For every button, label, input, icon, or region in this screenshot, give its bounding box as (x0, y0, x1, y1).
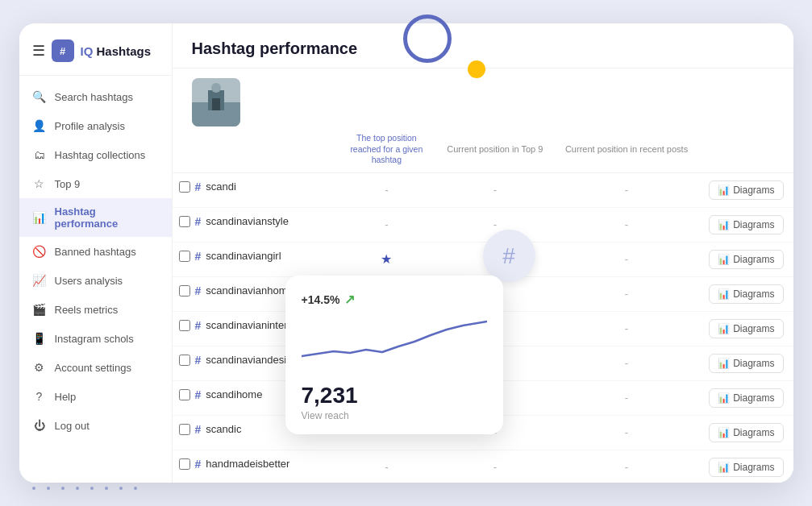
cell-diagrams: 📊 Diagrams (699, 415, 793, 450)
hashtag-name: scandinaviandesign (206, 354, 298, 366)
sidebar-item-collections[interactable]: 🗂 Hashtag collections (19, 140, 172, 169)
app-name: IQ Hashtags (81, 44, 152, 58)
sidebar-item-performance[interactable]: 📊 Hashtag performance (19, 198, 172, 237)
sidebar-item-users[interactable]: 📈 Users analysis (19, 266, 172, 295)
sidebar-item-label: Hashtag collections (55, 149, 159, 161)
cell-top-position: - (337, 172, 436, 207)
performance-icon: 📊 (32, 210, 47, 225)
logo-icon: # (52, 39, 74, 62)
instagram-icon: 📱 (32, 331, 47, 346)
cell-top-position: - (337, 450, 436, 483)
svg-point-4 (211, 83, 221, 93)
profile-image-inner (192, 78, 240, 126)
sidebar-item-banned[interactable]: 🚫 Banned hashtags (19, 237, 172, 266)
main-content: Hashtag performance (173, 23, 793, 483)
banned-icon: 🚫 (32, 244, 47, 259)
sidebar-item-search[interactable]: 🔍 Search hashtags (19, 82, 172, 111)
row-checkbox[interactable] (179, 458, 190, 470)
hashtag-name: handmadeisbetter (206, 458, 289, 470)
cell-top-position: ★ (337, 242, 436, 276)
diagrams-button[interactable]: 📊 Diagrams (709, 250, 783, 269)
row-checkbox[interactable] (179, 355, 190, 366)
th-current-top9: Current position in Top 9 (436, 126, 554, 172)
profile-image (192, 78, 240, 126)
sidebar-item-top9[interactable]: ☆ Top 9 (19, 169, 172, 198)
cell-current-recent: - (554, 380, 699, 415)
sidebar-nav: 🔍 Search hashtags 👤 Profile analysis 🗂 H… (19, 76, 172, 483)
dot (134, 487, 137, 490)
top-section (173, 68, 793, 126)
row-checkbox[interactable] (179, 424, 190, 435)
th-current-recent: Current position in recent posts (554, 126, 699, 172)
dot (119, 487, 123, 490)
hashtag-bubble: # (483, 230, 535, 282)
th-hashtag (173, 126, 337, 172)
star-icon: ☆ (32, 176, 47, 191)
diagrams-button[interactable]: 📊 Diagrams (709, 458, 783, 477)
menu-icon[interactable]: ☰ (32, 42, 45, 60)
circle-decoration-blue (403, 15, 452, 63)
cell-diagrams: 📊 Diagrams (699, 311, 793, 346)
diagrams-button[interactable]: 📊 Diagrams (709, 319, 783, 338)
collections-icon: 🗂 (32, 147, 47, 162)
row-checkbox[interactable] (179, 216, 190, 227)
hashtag-symbol: # (195, 250, 202, 263)
diagrams-button[interactable]: 📊 Diagrams (709, 180, 783, 200)
sidebar-item-label: Help (55, 391, 159, 403)
sidebar-item-reels[interactable]: 🎬 Reels metrics (19, 295, 172, 324)
diagrams-button[interactable]: 📊 Diagrams (709, 388, 783, 408)
sidebar-item-instagram[interactable]: 📱 Instagram schols (19, 324, 172, 353)
star-icon: ★ (381, 252, 392, 266)
hashtag-name: scandinaviangirl (206, 250, 281, 262)
hashtag-symbol: # (195, 180, 202, 193)
diagrams-button[interactable]: 📊 Diagrams (709, 354, 783, 373)
table-row: #scandi---📊 Diagrams (173, 172, 793, 207)
logout-icon: ⏻ (32, 418, 47, 433)
diagrams-button[interactable]: 📊 Diagrams (709, 284, 783, 304)
sidebar-item-logout[interactable]: ⏻ Log out (19, 411, 172, 440)
sidebar-item-help[interactable]: ? Help (19, 382, 172, 411)
th-actions (699, 126, 793, 172)
users-icon: 📈 (32, 273, 47, 288)
hashtag-symbol: # (195, 423, 202, 436)
main-card: ☰ # IQ Hashtags 🔍 Search hashtags 👤 Prof… (19, 23, 793, 483)
popup-growth: +14.5% ↗ (302, 292, 487, 307)
th-top-position: The top position reached for a given has… (337, 126, 436, 172)
help-icon: ? (32, 389, 47, 404)
row-checkbox[interactable] (179, 285, 190, 297)
svg-rect-3 (212, 98, 220, 110)
sidebar-item-label: Search hashtags (55, 91, 159, 103)
cell-current-recent: - (554, 346, 699, 380)
row-checkbox[interactable] (179, 320, 190, 331)
cell-current-recent: - (554, 311, 699, 346)
hashtag-symbol: # (195, 354, 202, 367)
hashtag-symbol: # (195, 388, 202, 401)
cell-diagrams: 📊 Diagrams (699, 380, 793, 415)
content-body: The top position reached for a given has… (173, 68, 793, 483)
sidebar-header: ☰ # IQ Hashtags (19, 23, 172, 76)
sidebar-item-label: Top 9 (55, 178, 159, 190)
bar-chart-icon: 📊 (718, 288, 730, 300)
diagrams-button[interactable]: 📊 Diagrams (709, 215, 783, 234)
sidebar-item-profile[interactable]: 👤 Profile analysis (19, 111, 172, 140)
diagrams-button[interactable]: 📊 Diagrams (709, 423, 783, 442)
row-checkbox[interactable] (179, 251, 190, 262)
cell-diagrams: 📊 Diagrams (699, 207, 793, 242)
dot (32, 487, 35, 490)
sidebar-item-account[interactable]: ⚙ Account settings (19, 353, 172, 382)
hashtag-name: scandihome (206, 388, 262, 400)
circle-decoration-yellow (468, 60, 485, 78)
cell-diagrams: 📊 Diagrams (699, 450, 793, 483)
popup-label: View reach (302, 410, 487, 421)
bar-chart-icon: 📊 (718, 462, 730, 473)
cell-current-top9: - (436, 450, 554, 483)
growth-arrow-icon: ↗ (344, 292, 355, 307)
content-header: Hashtag performance (173, 23, 793, 68)
row-checkbox[interactable] (179, 181, 190, 193)
sidebar-item-label: Profile analysis (55, 120, 159, 132)
cell-current-recent: - (554, 276, 699, 311)
settings-icon: ⚙ (32, 360, 47, 375)
cell-current-top9: - (436, 172, 554, 207)
bar-chart-icon: 📊 (718, 254, 730, 265)
row-checkbox[interactable] (179, 389, 190, 400)
